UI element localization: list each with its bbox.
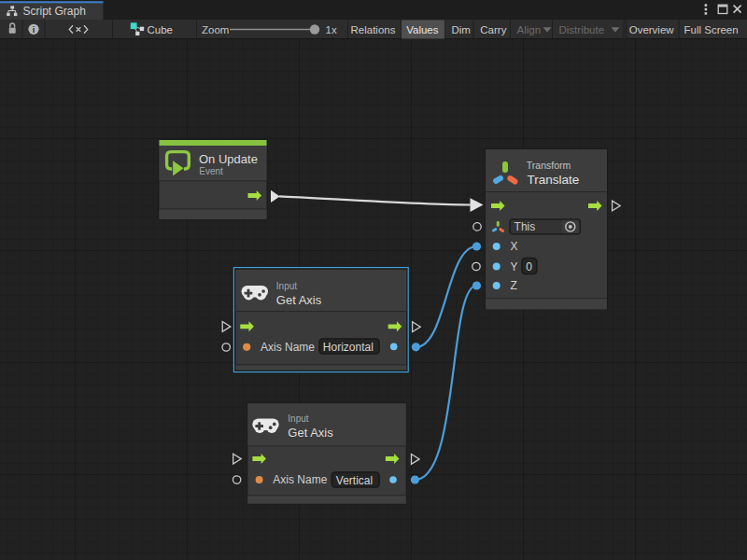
- svg-text:Transform: Transform: [527, 160, 571, 171]
- svg-text:X: X: [511, 240, 518, 253]
- svg-text:Dim: Dim: [451, 24, 470, 35]
- svg-text:Axis Name: Axis Name: [261, 341, 315, 354]
- svg-text:1x: 1x: [326, 24, 337, 35]
- svg-text:Full Screen: Full Screen: [684, 24, 739, 35]
- svg-text:Horizontal: Horizontal: [323, 341, 374, 354]
- svg-text:Script Graph: Script Graph: [23, 5, 86, 18]
- svg-text:Vertical: Vertical: [336, 474, 373, 487]
- svg-text:Axis Name: Axis Name: [273, 473, 327, 486]
- svg-text:Cube: Cube: [148, 24, 174, 35]
- svg-text:Carry: Carry: [480, 24, 506, 35]
- svg-text:Z: Z: [511, 279, 517, 292]
- svg-text:Distribute: Distribute: [559, 24, 605, 35]
- svg-text:Get Axis: Get Axis: [276, 293, 322, 307]
- svg-text:Align: Align: [517, 24, 542, 35]
- svg-text:Relations: Relations: [351, 24, 396, 35]
- svg-text:On Update: On Update: [199, 152, 258, 166]
- svg-text:Input: Input: [288, 413, 308, 424]
- svg-text:i: i: [33, 24, 35, 35]
- svg-text:Input: Input: [276, 281, 297, 291]
- svg-text:Y: Y: [511, 260, 518, 273]
- svg-text:Translate: Translate: [528, 173, 580, 187]
- svg-text:Zoom: Zoom: [202, 24, 229, 35]
- svg-text:Overview: Overview: [629, 24, 675, 35]
- svg-text:Event: Event: [199, 166, 223, 176]
- svg-text:Values: Values: [406, 24, 439, 35]
- svg-text:0: 0: [526, 260, 532, 273]
- svg-text:Get Axis: Get Axis: [288, 426, 333, 440]
- svg-text:This: This: [514, 220, 536, 233]
